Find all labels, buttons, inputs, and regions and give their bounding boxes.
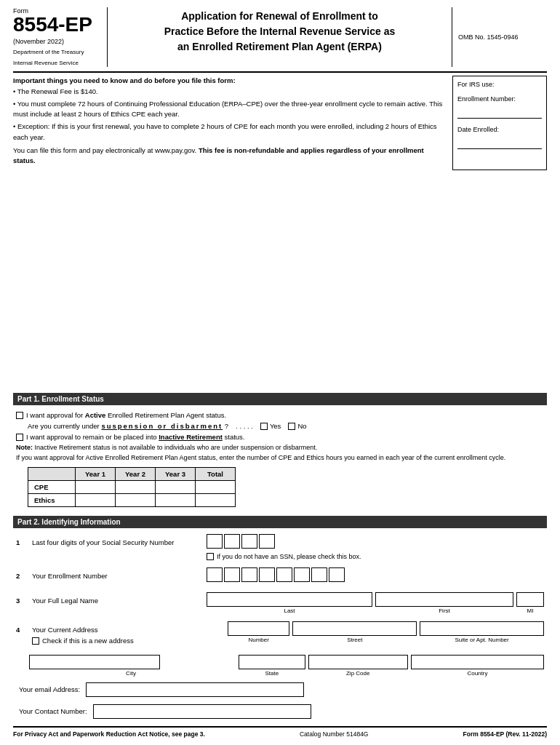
no-checkbox[interactable] xyxy=(288,423,295,430)
enroll-box-4[interactable] xyxy=(259,567,275,582)
city-state-row: City State Zip Code Country xyxy=(16,655,544,677)
country-label: Country xyxy=(411,670,544,677)
pay-note: You can file this form and pay electroni… xyxy=(13,146,445,167)
new-address-checkbox[interactable] xyxy=(32,637,39,645)
part1-content: I want approval for Active Enrolled Reti… xyxy=(13,411,547,513)
no-ssn-row: If you do not have an SSN, please check … xyxy=(207,553,544,560)
cpe-total[interactable] xyxy=(196,481,236,494)
page-footer: For Privacy Act and Paperwork Reduction … xyxy=(13,726,547,738)
street-input[interactable] xyxy=(292,621,417,636)
table-row-cpe: CPE xyxy=(28,481,236,494)
enroll-box-5[interactable] xyxy=(276,567,292,582)
footer-center: Catalog Number 51484G xyxy=(300,730,369,738)
field2-number: 2 xyxy=(16,572,26,580)
email-row: Your email Address: xyxy=(16,682,544,697)
contact-row: Your Contact Number: xyxy=(16,704,544,719)
zip-input[interactable] xyxy=(308,655,408,669)
irs-use-title: For IRS use: xyxy=(457,81,542,88)
ethics-row-label: Ethics xyxy=(28,494,76,507)
suspension-row: Are you currently under suspension or di… xyxy=(28,422,544,430)
footer-left: For Privacy Act and Paperwork Reduction … xyxy=(13,730,205,738)
enroll-box-3[interactable] xyxy=(241,567,257,582)
form-number: 8554-EP xyxy=(13,15,101,35)
page: Form 8554-EP (November 2022) Department … xyxy=(0,0,560,745)
no-ssn-label: If you do not have an SSN, please check … xyxy=(217,553,361,560)
street-label: Street xyxy=(292,637,417,643)
state-zip-country: State Zip Code Country xyxy=(239,655,544,677)
ethics-year1[interactable] xyxy=(76,494,116,507)
number-input[interactable] xyxy=(228,621,289,636)
form-title: Application for Renewal of Enrollment to… xyxy=(115,9,444,55)
field4-label: Your Current Address xyxy=(32,626,222,634)
mi-group: MI xyxy=(516,592,544,614)
enroll-box-8[interactable] xyxy=(329,567,345,582)
enroll-box-1[interactable] xyxy=(207,567,223,582)
suite-input[interactable] xyxy=(420,621,544,636)
inactive-checkbox[interactable] xyxy=(16,434,23,441)
checkbox1-label: I want approval for Active Enrolled Reti… xyxy=(26,411,226,419)
enroll-box-6[interactable] xyxy=(294,567,310,582)
country-input[interactable] xyxy=(411,655,544,669)
date-enrolled-label: Date Enrolled: xyxy=(457,126,542,133)
ethics-total[interactable] xyxy=(196,494,236,507)
content-main: Important things you need to know and do… xyxy=(13,76,547,390)
zip-group: Zip Code xyxy=(308,655,408,677)
cpe-year1[interactable] xyxy=(76,481,116,494)
enrollment-boxes xyxy=(207,567,544,582)
note-row: Note: Inactive Retirement status is not … xyxy=(16,444,544,451)
cpe-year3[interactable] xyxy=(156,481,196,494)
email-input[interactable] xyxy=(86,682,304,697)
yes-checkbox[interactable] xyxy=(260,423,268,430)
city-label: City xyxy=(29,670,233,677)
field1-fields: If you do not have an SSN, please check … xyxy=(207,534,544,560)
irs-use-box: For IRS use: Enrollment Number: Date Enr… xyxy=(452,76,547,170)
table-col-empty xyxy=(28,468,76,481)
no-label: No xyxy=(297,422,306,430)
cpe-table-wrapper: Year 1 Year 2 Year 3 Total CPE xyxy=(28,467,544,507)
email-label: Your email Address: xyxy=(19,685,80,693)
instructions-block: Important things you need to know and do… xyxy=(13,76,445,166)
field4-number: 4 xyxy=(16,626,26,634)
last-label: Last xyxy=(207,607,372,614)
field2-label: Your Enrollment Number xyxy=(32,572,201,580)
state-group: State xyxy=(239,655,305,677)
contact-input[interactable] xyxy=(93,704,311,719)
ssn-box-3[interactable] xyxy=(241,534,257,549)
field3-fields: Last First MI xyxy=(207,592,544,614)
field4-row: 4 Your Current Address Check if this is … xyxy=(16,621,544,648)
field1-label: Last four digits of your Social Security… xyxy=(32,538,201,546)
form-header: Form 8554-EP (November 2022) Department … xyxy=(13,7,547,73)
ethics-year2[interactable] xyxy=(116,494,156,507)
no-ssn-checkbox[interactable] xyxy=(207,553,214,560)
street-group: Street xyxy=(292,621,417,643)
enrollment-number-label: Enrollment Number: xyxy=(457,95,542,103)
cpe-year2[interactable] xyxy=(116,481,156,494)
yes-item: Yes xyxy=(260,422,281,430)
city-input[interactable] xyxy=(29,655,160,669)
active-checkbox[interactable] xyxy=(16,412,23,419)
field4-labels: Your Current Address Check if this is a … xyxy=(32,626,222,648)
ssn-box-4[interactable] xyxy=(259,534,275,549)
content-left: Important things you need to know and do… xyxy=(13,76,452,390)
first-name-input[interactable] xyxy=(375,592,513,607)
header-right: OMB No. 1545-0946 xyxy=(452,7,547,67)
no-item: No xyxy=(288,422,306,430)
part1-header: Part 1. Enrollment Status xyxy=(13,393,547,405)
ethics-year3[interactable] xyxy=(156,494,196,507)
field3-row: 3 Your Full Legal Name Last First MI xyxy=(16,592,544,614)
suspension-label: Are you currently under suspension or di… xyxy=(28,422,228,430)
last-name-group: Last xyxy=(207,592,372,614)
ssn-box-2[interactable] xyxy=(224,534,240,549)
header-center: Application for Renewal of Enrollment to… xyxy=(108,7,452,67)
last-name-input[interactable] xyxy=(207,592,372,607)
field3-label: Your Full Legal Name xyxy=(32,597,201,605)
dept-line2: Internal Revenue Service xyxy=(13,59,101,67)
yes-label: Yes xyxy=(270,422,281,430)
mi-input[interactable] xyxy=(516,592,544,607)
state-input[interactable] xyxy=(239,655,305,669)
enroll-box-7[interactable] xyxy=(311,567,327,582)
part1-checkbox2-row: I want approval to remain or be placed i… xyxy=(16,433,544,441)
field2-fields xyxy=(207,567,544,585)
enroll-box-2[interactable] xyxy=(224,567,240,582)
ssn-box-1[interactable] xyxy=(207,534,223,549)
